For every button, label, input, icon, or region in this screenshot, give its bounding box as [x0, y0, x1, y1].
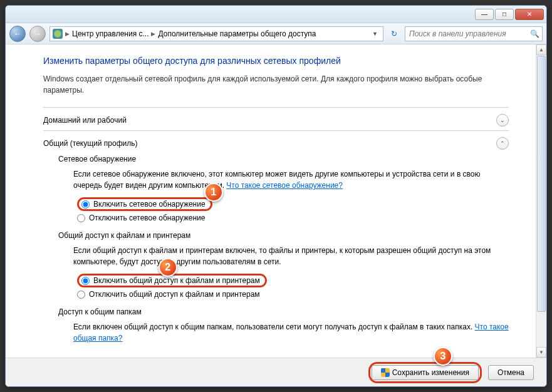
discovery-off-row: Отключить сетевое обнаружение	[73, 212, 509, 224]
profile-home: Домашний или рабочий ⌄	[43, 107, 509, 130]
search-input[interactable]	[408, 29, 528, 39]
fileshare-on-radio[interactable]	[81, 277, 90, 285]
close-button[interactable]: ✕	[515, 9, 544, 20]
discovery-on-radio[interactable]	[81, 200, 90, 209]
highlight-2: Включить общий доступ к файлам и принтер…	[77, 274, 267, 287]
section-discovery: Сетевое обнаружение Если сетевое обнаруж…	[43, 150, 509, 226]
discovery-help-link[interactable]: Что такое сетевое обнаружение?	[226, 181, 343, 190]
annotation-badge-2: 2	[159, 258, 177, 277]
fileshare-on-row: Включить общий доступ к файлам и принтер…	[73, 272, 509, 289]
control-panel-icon	[53, 29, 63, 39]
breadcrumb[interactable]: ▶ Центр управления с... ▶ Дополнительные…	[49, 26, 383, 41]
fileshare-off-radio[interactable]	[77, 291, 85, 299]
chevron-up-icon[interactable]: ⌃	[496, 137, 509, 150]
save-button[interactable]: Сохранить изменения	[372, 365, 479, 380]
annotation-badge-1: 1	[204, 183, 223, 202]
highlight-1: Включить сетевое обнаружение 1	[77, 197, 212, 211]
profile-public: Общий (текущий профиль) ⌃ Сетевое обнару…	[43, 130, 509, 355]
minimize-button[interactable]: —	[475, 9, 494, 20]
scroll-up-button[interactable]: ▲	[536, 44, 546, 55]
cancel-button-label: Отмена	[497, 368, 524, 377]
fileshare-off-row: Отключить общий доступ к файлам и принте…	[73, 289, 509, 300]
control-panel-window: — □ ✕ ← → ▶ Центр управления с... ▶ Допо…	[5, 5, 547, 387]
navbar: ← → ▶ Центр управления с... ▶ Дополнител…	[6, 23, 546, 44]
cancel-button[interactable]: Отмена	[488, 365, 534, 380]
page-title: Изменить параметры общего доступа для ра…	[43, 56, 509, 66]
shield-icon	[381, 368, 390, 377]
titlebar: — □ ✕	[6, 6, 546, 23]
chevron-right-icon: ▶	[151, 31, 155, 37]
content-area: Изменить параметры общего доступа для ра…	[6, 44, 546, 358]
discovery-on-row: Включить сетевое обнаружение 1	[73, 196, 509, 212]
fileshare-title: Общий доступ к файлам и принтерам	[58, 231, 509, 240]
scroll-thumb[interactable]	[537, 56, 546, 312]
discovery-text: Если сетевое обнаружение включено, этот …	[58, 168, 509, 191]
forward-button[interactable]: →	[29, 26, 46, 42]
publicfolders-title: Доступ к общим папкам	[58, 307, 509, 316]
highlight-3: Сохранить изменения	[368, 362, 482, 383]
breadcrumb-item[interactable]: Центр управления с...	[72, 29, 148, 38]
chevron-right-icon: ▶	[65, 31, 70, 37]
search-box[interactable]: 🔍	[405, 26, 543, 41]
maximize-button[interactable]: □	[495, 9, 514, 20]
profile-public-title: Общий (текущий профиль)	[43, 139, 138, 148]
fileshare-on-label: Включить общий доступ к файлам и принтер…	[93, 276, 260, 285]
search-icon: 🔍	[530, 29, 539, 38]
footer: 3 Сохранить изменения Отмена	[6, 358, 546, 386]
discovery-off-label: Отключить сетевое обнаружение	[89, 214, 205, 222]
refresh-button[interactable]: ↻	[387, 29, 401, 38]
breadcrumb-dropdown[interactable]: ▼	[370, 31, 380, 37]
discovery-on-label: Включить сетевое обнаружение	[93, 200, 206, 209]
section-fileshare: Общий доступ к файлам и принтерам Если о…	[43, 226, 509, 302]
section-publicfolders: Доступ к общим папкам Если включен общий…	[43, 302, 509, 351]
profile-public-header[interactable]: Общий (текущий профиль) ⌃	[43, 137, 509, 150]
chevron-down-icon[interactable]: ⌄	[496, 114, 509, 126]
profile-home-header[interactable]: Домашний или рабочий ⌄	[43, 114, 509, 126]
back-button[interactable]: ←	[9, 26, 26, 42]
page-description: Windows создает отдельный сетевой профил…	[43, 73, 509, 96]
publicfolders-text: Если включен общий доступ к общим папкам…	[58, 321, 509, 344]
breadcrumb-item[interactable]: Дополнительные параметры общего доступа	[158, 29, 316, 38]
save-button-label: Сохранить изменения	[392, 368, 469, 377]
scroll-down-button[interactable]: ▼	[536, 347, 546, 358]
discovery-title: Сетевое обнаружение	[58, 155, 509, 163]
fileshare-off-label: Отключить общий доступ к файлам и принте…	[89, 290, 260, 299]
fileshare-text: Если общий доступ к файлам и принтерам в…	[58, 245, 509, 267]
profile-home-title: Домашний или рабочий	[43, 116, 127, 125]
annotation-badge-3: 3	[434, 347, 452, 366]
vertical-scrollbar[interactable]: ▲ ▼	[536, 44, 546, 358]
discovery-off-radio[interactable]	[77, 214, 85, 222]
